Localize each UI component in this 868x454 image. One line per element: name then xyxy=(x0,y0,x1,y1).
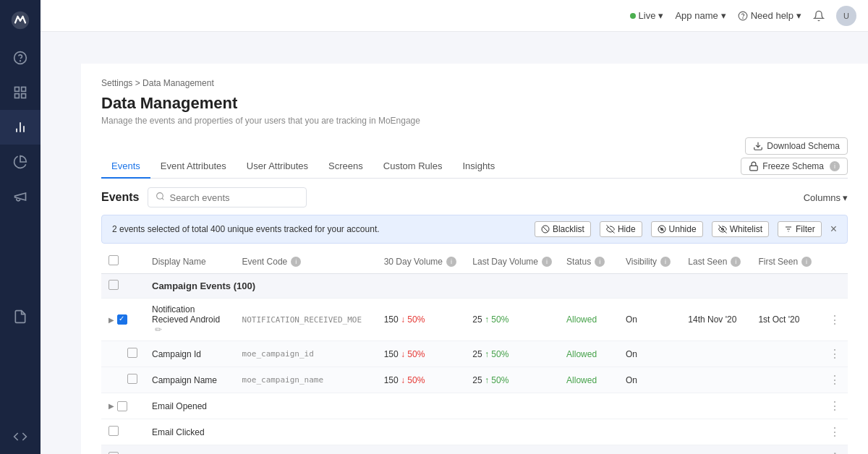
group-custom-events: Custom Events (300) ⋮ xyxy=(101,445,848,455)
row-checkbox-campaign-name[interactable] xyxy=(127,374,137,384)
user-avatar[interactable]: U xyxy=(836,6,856,26)
event-code-email-opened xyxy=(235,393,377,419)
expand-icon-email-opened[interactable]: ▶ xyxy=(109,402,114,410)
vol1-campaign-name: 25 ↑ 50% xyxy=(465,367,559,393)
hide-button[interactable]: Hide xyxy=(600,221,642,237)
tab-screens[interactable]: Screens xyxy=(318,155,373,179)
svg-rect-13 xyxy=(750,166,758,170)
th-visibility: Visibilityi xyxy=(618,249,681,274)
firstseen-email-opened xyxy=(751,393,822,419)
sidebar-logo[interactable] xyxy=(0,0,41,40)
app-name-selector[interactable]: App name ▾ xyxy=(675,10,726,21)
lastseen-email-clicked xyxy=(681,419,751,445)
sidebar-item-document[interactable] xyxy=(0,299,41,334)
event-code-email-clicked xyxy=(235,419,377,445)
breadcrumb-parent[interactable]: Settings xyxy=(101,78,132,88)
visibility-info-icon[interactable]: i xyxy=(660,257,671,267)
firstseen-campaign-name xyxy=(751,367,822,393)
more-menu-campaign-id[interactable]: ⋮ xyxy=(829,348,841,360)
status-email-clicked xyxy=(559,419,618,445)
notification-bell[interactable] xyxy=(813,10,825,22)
sidebar-item-question[interactable] xyxy=(0,40,41,75)
visibility-campaign-id: On xyxy=(618,341,681,367)
help-chevron: ▾ xyxy=(796,10,801,21)
more-menu-email-opened[interactable]: ⋮ xyxy=(829,400,841,412)
display-name-email-clicked: Email Clicked xyxy=(145,419,235,445)
edit-icon-notification[interactable]: ✏ xyxy=(155,325,162,335)
tab-event-attributes[interactable]: Event Attributes xyxy=(150,155,237,179)
firstseen-email-clicked xyxy=(751,419,822,445)
selection-bar: 2 events selected of total 400 unique ev… xyxy=(101,215,848,244)
lastseen-notification: 14th Nov '20 xyxy=(681,299,751,341)
unhide-button[interactable]: Unhide xyxy=(651,221,703,237)
table-row: ▶ Email Opened ⋮ xyxy=(101,393,848,419)
event-code-info-icon[interactable]: i xyxy=(291,257,301,267)
help-button[interactable]: Need help ▾ xyxy=(738,10,801,21)
svg-line-17 xyxy=(542,226,548,231)
visibility-notification: On xyxy=(618,299,681,341)
sidebar-item-megaphone[interactable] xyxy=(0,179,41,214)
download-schema-label: Download Schema xyxy=(767,141,840,151)
vol1-email-opened xyxy=(465,393,559,419)
sidebar-item-pie[interactable] xyxy=(0,145,41,179)
th-status: Statusi xyxy=(559,249,618,274)
select-all-checkbox[interactable] xyxy=(109,255,119,265)
tab-insights[interactable]: Insights xyxy=(452,155,505,179)
main-tabs: Events Event Attributes User Attributes … xyxy=(101,155,741,178)
sidebar-item-code[interactable] xyxy=(0,419,41,454)
topbar: Live ▾ App name ▾ Need help ▾ U xyxy=(41,0,868,32)
row-checkbox-campaign-id[interactable] xyxy=(127,348,137,358)
trend-up-icon: ↑ 50% xyxy=(485,349,509,359)
columns-button[interactable]: Columns ▾ xyxy=(804,192,848,203)
tab-user-attributes[interactable]: User Attributes xyxy=(237,155,318,179)
group-name-custom[interactable]: Custom Events (300) xyxy=(145,445,822,455)
display-name-campaign-name: Campaign Name xyxy=(145,367,235,393)
more-menu-notification[interactable]: ⋮ xyxy=(829,314,841,326)
row-checkbox-email-clicked[interactable] xyxy=(109,426,119,436)
status-indicator[interactable]: Live ▾ xyxy=(630,10,664,21)
events-section-title: Events xyxy=(101,191,139,204)
expand-icon-notification[interactable]: ▶ xyxy=(109,316,114,324)
row-checkbox-notification[interactable] xyxy=(117,314,127,325)
lastseen-campaign-name xyxy=(681,367,751,393)
display-name-email-opened: Email Opened xyxy=(145,393,235,419)
filter-button[interactable]: Filter xyxy=(778,221,822,237)
vol30-campaign-name: 150 ↓ 50% xyxy=(377,367,466,393)
download-schema-button[interactable]: Download Schema xyxy=(745,137,848,155)
selection-bar-close[interactable]: × xyxy=(830,223,837,236)
sidebar-item-analytics[interactable] xyxy=(0,110,41,145)
firstseen-info-icon[interactable]: i xyxy=(801,257,812,267)
lastseen-email-opened xyxy=(681,393,751,419)
freeze-schema-info-icon[interactable]: i xyxy=(830,161,840,171)
tab-custom-rules[interactable]: Custom Rules xyxy=(373,155,453,179)
lastseen-info-icon[interactable]: i xyxy=(731,257,741,267)
freeze-schema-button[interactable]: Freeze Schema i xyxy=(741,158,848,175)
status-chevron: ▾ xyxy=(658,10,663,21)
table-row: Email Clicked ⋮ xyxy=(101,419,848,445)
more-menu-campaign-name[interactable]: ⋮ xyxy=(829,374,841,386)
page-title: Data Management xyxy=(101,94,848,113)
th-checkbox xyxy=(101,249,145,274)
vol30-info-icon[interactable]: i xyxy=(446,257,456,267)
row-checkbox-email-opened[interactable] xyxy=(117,401,127,411)
app-name-chevron: ▾ xyxy=(721,10,726,21)
sidebar-item-dashboard[interactable] xyxy=(0,75,41,110)
th-vol-30: 30 Day Volumei xyxy=(377,249,466,274)
whitelist-button[interactable]: Whitelist xyxy=(712,221,769,237)
th-display-name: Display Name xyxy=(145,249,235,274)
group-name-campaign[interactable]: Campaign Events (100) xyxy=(145,274,848,299)
svg-rect-5 xyxy=(15,94,20,98)
vol1-info-icon[interactable]: i xyxy=(542,257,552,267)
event-code-campaign-id: moe_campaign_id xyxy=(235,341,377,367)
group-checkbox-campaign[interactable] xyxy=(109,280,119,290)
selection-text: 2 events selected of total 400 unique ev… xyxy=(112,224,526,234)
breadcrumb-sep: > xyxy=(135,78,140,88)
search-input[interactable] xyxy=(169,192,299,203)
more-menu-email-clicked[interactable]: ⋮ xyxy=(829,426,841,438)
blacklist-button[interactable]: Blacklist xyxy=(535,221,591,237)
trend-up-icon: ↑ 50% xyxy=(485,314,509,325)
th-actions xyxy=(822,249,848,274)
tab-events[interactable]: Events xyxy=(101,155,150,179)
display-name-campaign-id: Campaign Id xyxy=(145,341,235,367)
status-info-icon[interactable]: i xyxy=(595,257,605,267)
